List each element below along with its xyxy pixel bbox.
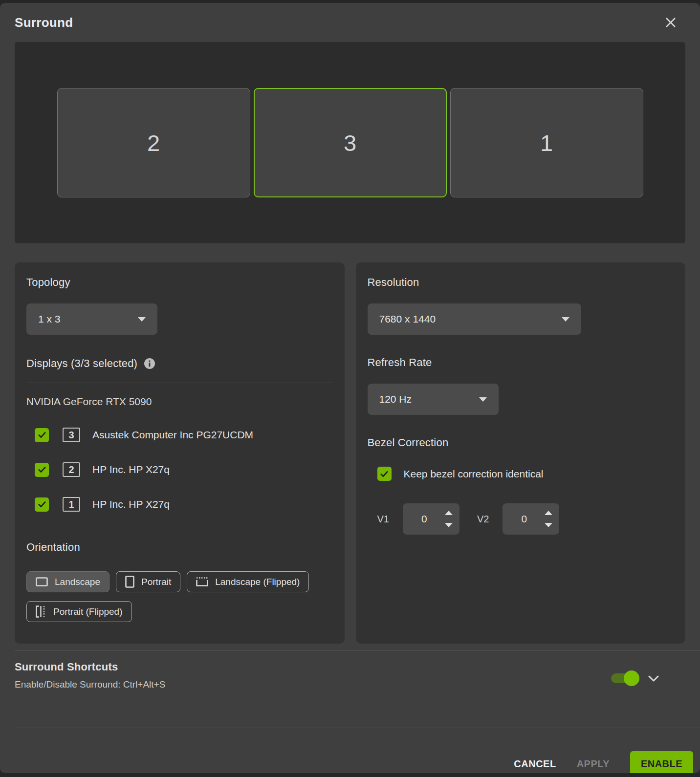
cancel-button[interactable]: CANCEL bbox=[514, 758, 556, 770]
display-name: HP Inc. HP X27q bbox=[92, 498, 170, 510]
monitor-box-2[interactable]: 2 bbox=[57, 88, 250, 197]
resolution-panel: Resolution 7680 x 1440 Refresh Rate 120 … bbox=[356, 262, 686, 644]
orientation-portrait-button[interactable]: Portrait bbox=[116, 571, 180, 592]
portrait-icon bbox=[125, 576, 134, 588]
orientation-label: Landscape (Flipped) bbox=[215, 577, 300, 587]
spinner-up-icon[interactable] bbox=[445, 511, 453, 515]
check-icon bbox=[37, 499, 47, 509]
refresh-rate-heading: Refresh Rate bbox=[368, 356, 674, 369]
bezel-correction-heading: Bezel Correction bbox=[368, 436, 674, 449]
surround-shortcuts-section: Surround Shortcuts Enable/Disable Surrou… bbox=[0, 651, 700, 721]
orientation-label: Portrait bbox=[141, 577, 171, 587]
expand-section-button[interactable] bbox=[648, 675, 659, 682]
monitor-number: 1 bbox=[540, 130, 553, 156]
landscape-icon bbox=[36, 577, 48, 586]
v1-label: V1 bbox=[377, 514, 389, 525]
enable-button[interactable]: ENABLE bbox=[630, 751, 693, 773]
orientation-portrait-flipped-button[interactable]: Portrait (Flipped) bbox=[26, 601, 132, 622]
monitor-box-1[interactable]: 1 bbox=[450, 88, 643, 197]
check-icon bbox=[37, 465, 47, 475]
orientation-heading: Orientation bbox=[26, 541, 333, 554]
dialog-header: Surround bbox=[0, 3, 700, 42]
chevron-down-icon bbox=[479, 397, 487, 402]
display-checkbox[interactable] bbox=[35, 463, 49, 477]
orientation-landscape-flipped-button[interactable]: Landscape (Flipped) bbox=[187, 571, 309, 592]
monitor-box-3-selected[interactable]: 3 bbox=[254, 88, 447, 197]
surround-dialog: Surround 2 3 1 Topology 1 x 3 Displays bbox=[0, 3, 700, 773]
topology-displays-panel: Topology 1 x 3 Displays (3/3 selected) N… bbox=[15, 262, 345, 644]
v2-value: 0 bbox=[521, 513, 527, 525]
orientation-label: Landscape bbox=[55, 577, 100, 587]
monitor-number: 3 bbox=[344, 130, 356, 156]
landscape-flipped-icon bbox=[196, 577, 208, 586]
resolution-selected-value: 7680 x 1440 bbox=[379, 313, 436, 325]
spinner-up-icon[interactable] bbox=[545, 511, 552, 515]
spinner-down-icon[interactable] bbox=[445, 523, 453, 527]
spinner-down-icon[interactable] bbox=[545, 523, 552, 527]
close-button[interactable] bbox=[662, 14, 679, 31]
display-name: HP Inc. HP X27q bbox=[92, 464, 170, 475]
shortcuts-heading: Surround Shortcuts bbox=[15, 661, 165, 673]
gpu-name: NVIDIA GeForce RTX 5090 bbox=[26, 396, 333, 408]
dialog-footer: CANCEL APPLY ENABLE bbox=[0, 728, 700, 773]
v2-spinner[interactable]: 0 bbox=[503, 503, 559, 535]
display-row: 2 HP Inc. HP X27q bbox=[26, 462, 333, 477]
display-checkbox[interactable] bbox=[35, 428, 49, 442]
display-number-badge: 1 bbox=[63, 497, 80, 512]
displays-heading: Displays (3/3 selected) bbox=[26, 357, 137, 370]
chevron-down-icon bbox=[138, 317, 146, 322]
check-icon bbox=[37, 430, 47, 440]
topology-heading: Topology bbox=[26, 276, 333, 289]
monitor-arrangement-preview: 2 3 1 bbox=[15, 42, 685, 243]
shortcut-description: Enable/Disable Surround: Ctrl+Alt+S bbox=[15, 679, 165, 690]
refresh-rate-selected-value: 120 Hz bbox=[379, 393, 412, 405]
monitor-number: 2 bbox=[147, 130, 160, 156]
shortcuts-toggle[interactable] bbox=[611, 673, 636, 683]
apply-button[interactable]: APPLY bbox=[577, 758, 610, 770]
topology-selected-value: 1 x 3 bbox=[38, 313, 61, 325]
displays-separator bbox=[26, 383, 333, 383]
v1-spinner[interactable]: 0 bbox=[403, 503, 459, 535]
toggle-knob bbox=[624, 670, 639, 686]
chevron-down-icon bbox=[562, 317, 569, 322]
resolution-select[interactable]: 7680 x 1440 bbox=[368, 303, 581, 335]
refresh-rate-select[interactable]: 120 Hz bbox=[368, 384, 499, 415]
orientation-label: Portrait (Flipped) bbox=[53, 606, 123, 617]
display-number-badge: 2 bbox=[63, 462, 80, 477]
chevron-down-icon bbox=[648, 675, 659, 682]
check-icon bbox=[379, 469, 389, 479]
display-name: Asustek Computer Inc PG27UCDM bbox=[92, 429, 253, 441]
bezel-checkbox-label: Keep bezel correction identical bbox=[404, 468, 544, 480]
resolution-heading: Resolution bbox=[368, 276, 674, 289]
dialog-title: Surround bbox=[15, 15, 73, 30]
display-row: 3 Asustek Computer Inc PG27UCDM bbox=[26, 428, 333, 442]
display-checkbox[interactable] bbox=[35, 497, 49, 512]
display-row: 1 HP Inc. HP X27q bbox=[26, 497, 333, 512]
display-number-badge: 3 bbox=[63, 428, 80, 442]
orientation-landscape-button[interactable]: Landscape bbox=[26, 571, 109, 592]
close-icon bbox=[665, 17, 677, 28]
v1-value: 0 bbox=[421, 513, 427, 525]
info-icon[interactable] bbox=[144, 358, 155, 369]
bezel-identical-checkbox[interactable] bbox=[377, 467, 392, 481]
portrait-flipped-icon bbox=[36, 605, 46, 618]
v2-label: V2 bbox=[477, 514, 489, 525]
topology-select[interactable]: 1 x 3 bbox=[26, 303, 157, 335]
